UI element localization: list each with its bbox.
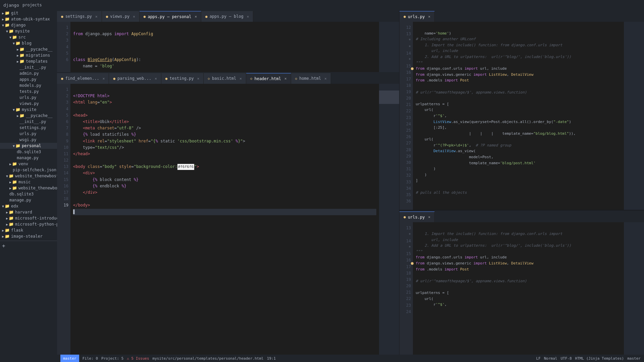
line-numbers: 123456 [57, 22, 70, 72]
tab-testing-py[interactable]: ● testing.py ✕ [161, 73, 204, 84]
close-icon[interactable]: ✕ [197, 76, 200, 81]
tab-home-html[interactable]: ◇ home.html ✕ [291, 73, 331, 84]
code-editor-apps-py[interactable]: 123456 from django.apps import AppConfig… [57, 22, 399, 72]
close-icon[interactable]: ✕ [324, 76, 327, 81]
tab-label: parsing_web... [117, 76, 151, 81]
add-folder-button[interactable]: + [2, 243, 5, 249]
sidebar-item-urls[interactable]: urls.py [0, 95, 57, 101]
sidebar-item-image-stealer[interactable]: ▶ 📁 image-stealer [0, 233, 57, 239]
folder-icon: 📁 [5, 11, 10, 15]
code-editor-urls-bottom[interactable]: 13* 14* 1516 17 181920 212223 24 1. Impo… [399, 222, 644, 355]
sidebar-item-edx[interactable]: ▼ 📁 edx [0, 203, 57, 209]
sidebar-item-harvard[interactable]: ▶ 📁 harvard [0, 209, 57, 215]
sidebar-item-ms-python[interactable]: ▶ 📁 microsoft-python-progra... [0, 221, 57, 227]
sidebar-item-label: views.py [19, 101, 39, 106]
sidebar-item-music[interactable]: ▶ 📁 music [0, 179, 57, 185]
status-issues[interactable]: ⚠ 5 Issues [127, 356, 149, 361]
arrow-icon: ▶ [17, 114, 19, 118]
tab-label: urls.py [408, 14, 425, 19]
folder-icon: 📁 [15, 41, 20, 46]
sidebar-item-django[interactable]: ▼ 📁 django [0, 22, 57, 28]
right-editor-pane: ● urls.py ✕ 1213* *14* 1516 17 181920 21 [399, 10, 644, 355]
sidebar-item-blog[interactable]: ▼ 📁 blog [0, 40, 57, 46]
close-icon[interactable]: ✕ [247, 14, 249, 19]
folder-icon: 📁 [15, 107, 20, 112]
sidebar-item-tests[interactable]: tests.py [0, 88, 57, 95]
sidebar-item-label: db.sqlite3 [9, 192, 34, 196]
app-logo: django [3, 3, 19, 8]
sidebar-item-db-website[interactable]: db.sqlite3 [0, 191, 57, 197]
tab-apps-personal[interactable]: ● apps.py — personal ✕ [140, 11, 201, 22]
folder-icon: 📁 [5, 204, 10, 208]
tab-parsing-web[interactable]: ● parsing_web... ✕ [109, 73, 161, 84]
sidebar-item-init-blog[interactable]: __init__.py [0, 64, 57, 70]
folder-icon: 📁 [5, 23, 10, 27]
tab-settings-py[interactable]: ● settings.py ✕ [57, 11, 102, 22]
close-icon[interactable]: ✕ [195, 14, 197, 19]
code-editor-urls-top[interactable]: 1213* *14* 1516 17 181920 212223 242526 … [399, 22, 644, 210]
status-position: 19:1 [267, 356, 276, 361]
status-branch[interactable]: master [60, 355, 79, 362]
folder-icon: 📁 [19, 113, 24, 118]
close-icon[interactable]: ✕ [95, 14, 98, 19]
sidebar-item-label: manage.py [9, 198, 31, 202]
close-icon[interactable]: ✕ [428, 215, 430, 219]
sidebar-item-website2[interactable]: ▶ 📁 website_thenewbosto... [0, 185, 57, 191]
sidebar-item-git[interactable]: ▶ 📁 git [0, 10, 57, 16]
sidebar-item-settings[interactable]: settings.py [0, 125, 57, 131]
sidebar-item-views[interactable]: views.py [0, 101, 57, 107]
code-content[interactable]: 1. Import the include() function: from d… [413, 222, 624, 355]
close-icon[interactable]: ✕ [103, 76, 105, 81]
sidebar-item-pip[interactable]: pip-selfcheck.json [0, 167, 57, 173]
sidebar-item-admin[interactable]: admin.py [0, 70, 57, 76]
sidebar-item-ms-intro[interactable]: ▶ 📁 microsoft-introduction_t... [0, 215, 57, 221]
sidebar-item-init-mysite[interactable]: __init__.py [0, 119, 57, 125]
sidebar-item-models[interactable]: models.py [0, 82, 57, 88]
tab-urls-py-bottom[interactable]: ● urls.py ✕ [399, 212, 435, 222]
sidebar-item-apps[interactable]: apps.py [0, 76, 57, 82]
tab-views-py[interactable]: ● views.py ✕ [102, 11, 140, 22]
sidebar-item-db-personal[interactable]: db.sqlite3 [0, 149, 57, 155]
sidebar-item-src[interactable]: ▼ 📁 src [0, 34, 57, 40]
close-icon[interactable]: ✕ [284, 76, 287, 81]
sidebar-item-label: website_thenewboston [15, 174, 57, 178]
sidebar-item-pycache-blog[interactable]: ▶ 📁 __pycache__ [0, 46, 57, 52]
sidebar-item-venv[interactable]: ▶ 📁 venv [0, 161, 57, 167]
sidebar-item-label: personal [22, 143, 41, 148]
sidebar-item-mysite2[interactable]: ▼ 📁 mysite [0, 107, 57, 113]
tab-label: header.html [254, 76, 281, 81]
code-editor-header-html[interactable]: 1234 5678 9101112 13141516 171819 <!DOCT… [57, 84, 399, 355]
sidebar-item-manage-website[interactable]: manage.py [0, 197, 57, 203]
tab-basic-html[interactable]: ◇ basic.html ✕ [204, 73, 246, 84]
right-panel-top: ● urls.py ✕ 1213* *14* 1516 17 181920 21 [399, 10, 644, 210]
code-content[interactable]: <!DOCTYPE html> <html lang="en"> <head> … [70, 84, 379, 355]
folder-icon: 📁 [19, 59, 24, 64]
sidebar-item-atom[interactable]: ▶ 📁 atom-ubik-syntax [0, 16, 57, 22]
sidebar-item-migrations[interactable]: ▶ 📁 migrations [0, 52, 57, 58]
sidebar-item-pycache-mysite[interactable]: ▶ 📁 __pycache__ [0, 113, 57, 119]
sidebar-item-personal[interactable]: ▼ 📁 personal [0, 143, 57, 149]
sidebar-item-wsgi[interactable]: wsgi.py [0, 137, 57, 143]
sidebar-item-flask[interactable]: ▶ 📁 flask [0, 227, 57, 233]
sidebar-item-urls-mysite[interactable]: urls.py [0, 131, 57, 137]
close-icon[interactable]: ✕ [133, 14, 135, 19]
folder-icon: 📁 [15, 143, 20, 148]
nav-projects[interactable]: projects [22, 3, 42, 7]
close-icon[interactable]: ✕ [239, 76, 242, 81]
tab-urls-py-top[interactable]: ● urls.py ✕ [399, 11, 435, 22]
status-branch-right[interactable]: master [627, 356, 641, 361]
sidebar-item-mysite[interactable]: ▼ 📁 mysite [0, 28, 57, 34]
sidebar-item-manage-personal[interactable]: manage.py [0, 155, 57, 161]
tab-label: apps.py — blog [210, 14, 244, 19]
tab-apps-blog[interactable]: ● apps.py — blog ✕ [201, 11, 253, 22]
arrow-icon: ▶ [6, 217, 8, 220]
sidebar-item-templates[interactable]: ▶ 📁 templates [0, 58, 57, 64]
code-content[interactable]: from django.apps import AppConfig class … [70, 22, 379, 72]
sidebar-item-label: admin.py [19, 71, 39, 76]
tab-find-elem[interactable]: ● find_elemen... ✕ [57, 73, 109, 84]
code-content[interactable]: name='home') # Including another URLconf… [413, 22, 624, 210]
tab-header-html[interactable]: ◇ header.html ✕ [246, 73, 291, 84]
close-icon[interactable]: ✕ [428, 14, 430, 19]
sidebar-item-website[interactable]: ▼ 📁 website_thenewboston [0, 173, 57, 179]
close-icon[interactable]: ✕ [155, 76, 157, 81]
